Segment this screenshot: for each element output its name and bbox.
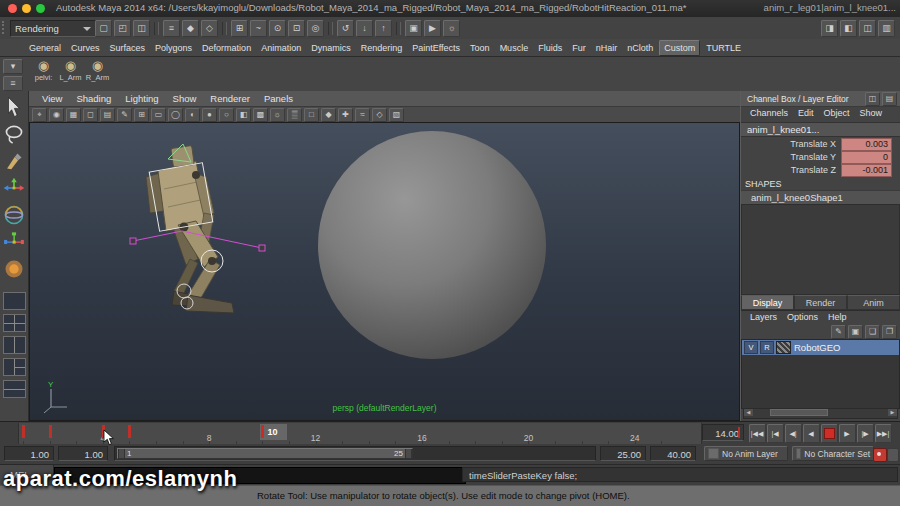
menu-set-dropdown[interactable]: Rendering (10, 20, 96, 37)
new-empty-layer-icon[interactable]: ❏ (865, 325, 880, 339)
render-settings-icon[interactable]: ☼ (443, 20, 460, 37)
menu-curves[interactable]: Curves (67, 41, 104, 55)
range-start-grip[interactable] (118, 449, 125, 458)
safe-title-icon[interactable]: ◧ (236, 108, 251, 122)
layer-menu-layers[interactable]: Layers (745, 312, 782, 322)
image-plane-icon[interactable]: ▤ (100, 108, 115, 122)
anim-layer-dropdown[interactable]: No Anim Layer (704, 446, 788, 461)
menu-toon[interactable]: Toon (466, 41, 494, 55)
select-component-icon[interactable]: ◇ (201, 20, 218, 37)
new-scene-icon[interactable]: ▢ (95, 20, 112, 37)
select-tool[interactable] (3, 96, 25, 118)
safe-action-icon[interactable]: ○ (219, 108, 234, 122)
select-camera-icon[interactable]: ⌖ (32, 108, 47, 122)
shelf-item-l-arm[interactable]: ◉L_Arm (57, 58, 84, 82)
textured-mode-icon[interactable]: □ (304, 108, 319, 122)
fog-toggle-icon[interactable]: ≈ (355, 108, 370, 122)
layer-options-icon[interactable]: ▣ (848, 325, 863, 339)
step-forward-key-button[interactable]: |▶ (857, 424, 874, 443)
menu-dynamics[interactable]: Dynamics (307, 41, 355, 55)
play-forwards-button[interactable]: ▶ (839, 424, 856, 443)
menu-ncloth[interactable]: nCloth (623, 41, 657, 55)
single-pane-layout[interactable] (3, 292, 26, 310)
select-object-icon[interactable]: ◆ (182, 20, 199, 37)
current-frame-marker[interactable]: 10 (260, 424, 287, 440)
ipr-render-icon[interactable]: ▶ (424, 20, 441, 37)
menu-deformation[interactable]: Deformation (198, 41, 255, 55)
layer-editor-view-icon[interactable]: ▤ (882, 92, 897, 106)
viewport-canvas[interactable]: persp (defaultRenderLayer) Y (29, 122, 740, 421)
joints-xray-icon[interactable]: ▧ (389, 108, 404, 122)
viewport-menu-lighting[interactable]: Lighting (118, 93, 165, 104)
channel-value-field[interactable]: 0.003 (841, 138, 892, 151)
film-gate-icon[interactable]: ▭ (151, 108, 166, 122)
multisample-icon[interactable]: ◇ (372, 108, 387, 122)
wireframe-mode-icon[interactable]: ▩ (253, 108, 268, 122)
three-pane-layout[interactable] (3, 358, 26, 376)
status-line-grip[interactable] (2, 21, 8, 34)
layer-editor-tab-render[interactable]: Render (794, 295, 847, 310)
shelf-item-r-arm[interactable]: ◉R_Arm (84, 58, 111, 82)
snap-grid-icon[interactable]: ⊞ (231, 20, 248, 37)
construction-history-icon[interactable]: ↺ (337, 20, 354, 37)
go-to-start-button[interactable]: |◀◀ (749, 424, 766, 443)
paint-select-tool[interactable] (3, 150, 25, 172)
layer-editor-tab-anim[interactable]: Anim (847, 295, 900, 310)
save-scene-icon[interactable]: ◫ (133, 20, 150, 37)
channel-box-view-icon[interactable]: ◫ (865, 92, 880, 106)
bookmarks-icon[interactable]: ◻ (83, 108, 98, 122)
toggle-attribute-editor-icon[interactable]: ◨ (821, 20, 838, 37)
viewport-menu-renderer[interactable]: Renderer (203, 93, 257, 104)
toggle-modeling-toolkit-icon[interactable]: ▥ (878, 20, 895, 37)
menu-muscle[interactable]: Muscle (496, 41, 533, 55)
play-backwards-button[interactable]: ◀ (803, 424, 820, 443)
channel-value-field[interactable]: -0.001 (841, 164, 892, 177)
menu-general[interactable]: General (25, 41, 65, 55)
layer-renderable-toggle[interactable]: R (760, 341, 774, 354)
animation-start-field[interactable]: 1.00 (4, 446, 54, 461)
shadows-toggle-icon[interactable]: ▒ (287, 108, 302, 122)
isolate-select-icon[interactable]: ✚ (338, 108, 353, 122)
grid-toggle-icon[interactable]: ⊞ (134, 108, 149, 122)
layer-row[interactable]: VRRobotGEO (742, 340, 899, 355)
playback-start-field[interactable]: 1.00 (58, 446, 108, 461)
shelf-tab-selector-icon[interactable]: ▾ (3, 59, 23, 74)
animation-end-field[interactable]: 40.00 (650, 446, 696, 461)
edit-layer-icon[interactable]: ✎ (831, 325, 846, 339)
two-pane-side-layout[interactable] (3, 336, 26, 354)
menu-turtle[interactable]: TURTLE (702, 41, 745, 55)
rotate-tool[interactable] (3, 204, 25, 226)
menu-rendering[interactable]: Rendering (357, 41, 407, 55)
list-inputs-icon[interactable]: ↓ (356, 20, 373, 37)
viewport-menu-view[interactable]: View (35, 93, 69, 104)
menu-fur[interactable]: Fur (568, 41, 590, 55)
four-pane-layout[interactable] (3, 314, 26, 332)
animation-preferences-button[interactable] (887, 448, 899, 462)
minimize-button[interactable] (22, 4, 31, 13)
step-back-key-button[interactable]: ◀| (785, 424, 802, 443)
viewport-menu-shading[interactable]: Shading (69, 93, 118, 104)
shelf-item-pelvis[interactable]: ◉pelvi: (30, 58, 57, 82)
menu-painteffects[interactable]: PaintEffects (408, 41, 464, 55)
lasso-tool[interactable] (3, 123, 25, 145)
resolution-gate-icon[interactable]: ◯ (168, 108, 183, 122)
menu-nhair[interactable]: nHair (592, 41, 622, 55)
layer-menu-help[interactable]: Help (823, 312, 852, 322)
stop-button[interactable] (821, 424, 838, 443)
time-slider-track[interactable]: 481216202410 (18, 423, 702, 444)
range-slider-trough[interactable]: 1 25 (114, 446, 596, 461)
layer-scrollbar[interactable]: ◀ ▶ (743, 408, 898, 419)
layer-visibility-toggle[interactable]: V (744, 341, 758, 354)
move-tool[interactable] (3, 177, 25, 199)
lighting-toggle-icon[interactable]: ☼ (270, 108, 285, 122)
auto-keyframe-button[interactable] (873, 448, 887, 462)
zoom-button[interactable] (36, 4, 45, 13)
channel-box-menu-show[interactable]: Show (855, 108, 888, 118)
menu-polygons[interactable]: Polygons (151, 41, 196, 55)
playback-end-field[interactable]: 25.00 (600, 446, 646, 461)
camera-attributes-icon[interactable]: ▦ (66, 108, 81, 122)
viewport-menu-show[interactable]: Show (166, 93, 204, 104)
menu-custom[interactable]: Custom (659, 40, 700, 56)
gate-mask-icon[interactable]: ◐ (185, 108, 200, 122)
snap-curve-icon[interactable]: ~ (250, 20, 267, 37)
